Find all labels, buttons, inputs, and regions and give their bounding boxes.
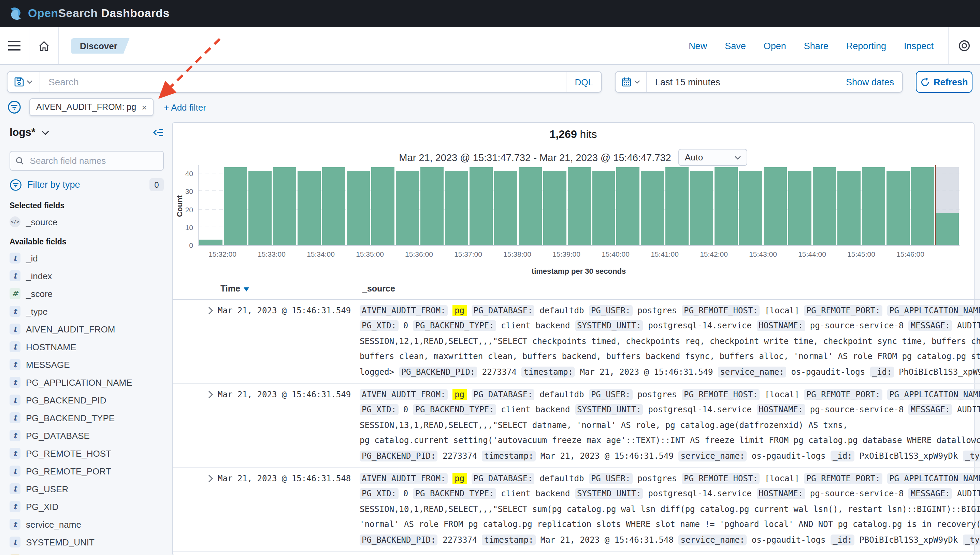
histogram-bar[interactable] [666, 165, 689, 245]
histogram-bar[interactable] [518, 165, 541, 245]
histogram-bar[interactable] [273, 165, 296, 245]
histogram-bar[interactable] [224, 165, 247, 245]
opensearch-logo[interactable]: OpenSearchDashboards [8, 6, 170, 21]
saved-queries-button[interactable] [8, 72, 40, 92]
histogram-bar[interactable] [862, 165, 885, 245]
histogram-bar[interactable] [248, 165, 272, 245]
home-button[interactable] [29, 27, 58, 64]
histogram-bar[interactable] [813, 165, 836, 245]
filter-by-type[interactable]: Filter by type 0 [10, 178, 164, 191]
field-value: 0 [404, 405, 408, 415]
field-value: os-pgaudit-logs [752, 535, 826, 544]
index-pattern-selector[interactable]: logs* [10, 126, 35, 139]
field-item-PG_REMOTE_HOST[interactable]: tPG_REMOTE_HOST [10, 448, 164, 459]
show-dates-button[interactable]: Show dates [846, 77, 902, 87]
field-item-PG_USER[interactable]: tPG_USER [10, 483, 164, 494]
reporting-button[interactable]: Reporting [846, 41, 886, 51]
field-item-PG_BACKEND_TYPE[interactable]: tPG_BACKEND_TYPE [10, 412, 164, 423]
interval-select[interactable]: Auto [679, 149, 748, 166]
string-field-icon: t [10, 519, 21, 530]
breadcrumb-discover[interactable]: Discover [71, 38, 130, 54]
histogram-bar[interactable] [298, 165, 321, 245]
field-label-badge: AIVEN_AUDIT_FROM: [360, 305, 448, 316]
bars-container [199, 165, 959, 245]
share-button[interactable]: Share [804, 41, 828, 51]
query-language-button[interactable]: DQL [566, 72, 601, 92]
histogram-bar[interactable] [764, 165, 787, 245]
histogram-bar[interactable] [740, 165, 763, 245]
refresh-button[interactable]: Refresh [916, 71, 973, 93]
histogram-bar[interactable] [494, 165, 517, 245]
histogram-bar[interactable] [690, 165, 714, 245]
histogram-bar[interactable] [567, 165, 591, 245]
histogram-bar[interactable] [592, 165, 615, 245]
histogram-bar[interactable] [420, 165, 443, 245]
field-value: postgres [637, 306, 677, 315]
histogram-bar[interactable] [887, 165, 910, 245]
field-name: HOSTNAME [26, 342, 76, 352]
filter-set-button[interactable] [7, 99, 22, 115]
field-value: 2273374 [482, 367, 517, 377]
histogram-bar[interactable] [347, 165, 370, 245]
histogram-bar[interactable] [641, 165, 665, 245]
menu-button[interactable] [0, 27, 29, 64]
histogram-bar[interactable] [543, 165, 566, 245]
field-item-PG_APPLICATION_NAME[interactable]: tPG_APPLICATION_NAME [10, 377, 164, 388]
filter-pill[interactable]: AIVEN_AUDIT_FROM: pg × [29, 98, 154, 116]
row-timestamp: Mar 21, 2023 @ 15:46:31.548 [218, 471, 360, 486]
histogram-plot[interactable]: 010203040 [198, 165, 959, 246]
histogram-bar[interactable] [789, 165, 812, 245]
field-item-PG_BACKEND_PID[interactable]: tPG_BACKEND_PID [10, 395, 164, 406]
collapse-sidebar-button[interactable] [153, 128, 164, 137]
column-header-time[interactable]: Time [221, 284, 249, 294]
save-button[interactable]: Save [725, 41, 746, 51]
field-item-_type[interactable]: t_type [10, 306, 164, 317]
expand-row-button[interactable] [207, 306, 218, 315]
field-label-badge: _id: [831, 534, 854, 545]
field-item-PG_XID[interactable]: tPG_XID [10, 501, 164, 512]
histogram-bar[interactable] [396, 165, 419, 245]
histogram-bar[interactable] [322, 165, 345, 245]
table-rows: Mar 21, 2023 @ 15:46:31.549AIVEN_AUDIT_F… [173, 300, 980, 552]
bar-fill [641, 171, 665, 245]
field-item-service_name[interactable]: tservice_name [10, 519, 164, 530]
histogram-bar[interactable] [837, 165, 861, 245]
index-pattern-chevron[interactable] [42, 130, 49, 135]
field-label-badge: PG_REMOTE_PORT: [804, 305, 882, 316]
field-item-AIVEN_AUDIT_FROM[interactable]: tAIVEN_AUDIT_FROM [10, 324, 164, 335]
bar-fill [764, 167, 787, 245]
help-button[interactable] [949, 27, 980, 64]
field-item-_score[interactable]: #_score [10, 288, 164, 299]
histogram-bar[interactable] [199, 165, 223, 245]
histogram-bar[interactable] [445, 165, 468, 245]
quick-select-button[interactable] [616, 72, 647, 92]
histogram-bar[interactable] [911, 165, 934, 245]
inspect-button[interactable]: Inspect [904, 41, 934, 51]
histogram-bar[interactable] [715, 165, 738, 245]
new-button[interactable]: New [689, 41, 707, 51]
filter-icon [10, 178, 22, 191]
time-range-value[interactable]: Last 15 minutes [647, 77, 720, 87]
histogram-bar[interactable] [617, 165, 640, 245]
histogram-bar[interactable] [936, 165, 959, 245]
field-search-input[interactable] [29, 155, 158, 167]
add-filter-button[interactable]: + Add filter [164, 102, 206, 112]
field-item-SYSTEMD_UNIT[interactable]: tSYSTEMD_UNIT [10, 537, 164, 547]
search-input[interactable] [40, 77, 566, 87]
field-item-_index[interactable]: t_index [10, 270, 164, 281]
filter-icon [8, 100, 21, 114]
expand-row-button[interactable] [207, 390, 218, 399]
field-item-source[interactable]: </> _source [10, 217, 164, 227]
field-item-HOSTNAME[interactable]: tHOSTNAME [10, 341, 164, 352]
expand-row-button[interactable] [207, 475, 218, 483]
histogram-bar[interactable] [371, 165, 394, 245]
field-item-PG_DATABASE[interactable]: tPG_DATABASE [10, 430, 164, 441]
field-item-MESSAGE[interactable]: tMESSAGE [10, 359, 164, 370]
bar-fill [396, 171, 419, 245]
field-item-_id[interactable]: t_id [10, 253, 164, 263]
field-value: os-pgaudit-logs [791, 367, 865, 377]
histogram-bar[interactable] [469, 165, 492, 245]
open-button[interactable]: Open [764, 41, 786, 51]
remove-filter-icon[interactable]: × [142, 103, 147, 112]
field-item-PG_REMOTE_PORT[interactable]: tPG_REMOTE_PORT [10, 465, 164, 476]
